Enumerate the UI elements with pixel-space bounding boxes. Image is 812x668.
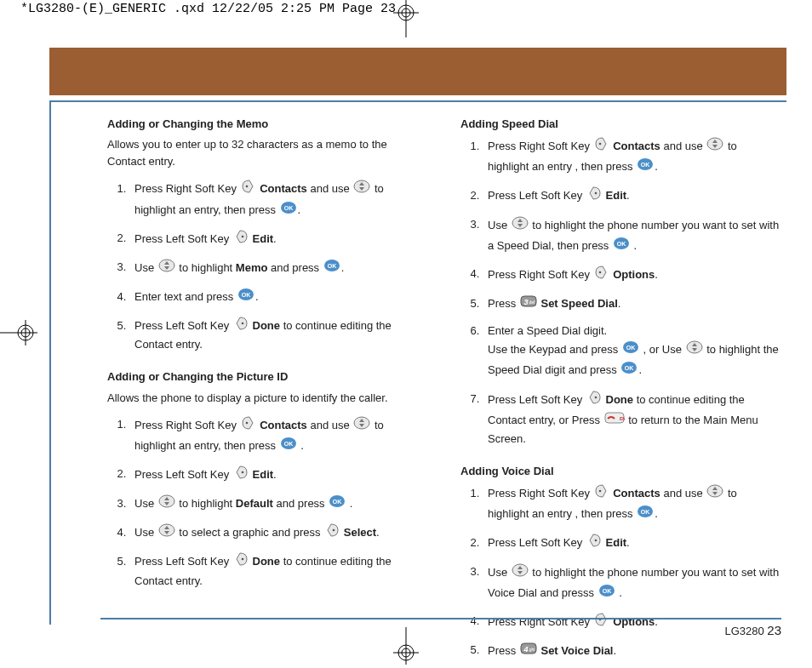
memo-step-2: Press Left Soft Key Edit. xyxy=(129,229,426,249)
voice-step-1: Press Right Soft Key Contacts and use to… xyxy=(483,483,780,524)
memo-step-3: Use to highlight Memo and press . xyxy=(129,258,426,278)
footer-model: LG3280 xyxy=(724,625,763,637)
footer-page-number: 23 xyxy=(767,623,781,637)
right-soft-key-icon xyxy=(241,415,256,436)
ok-key-icon xyxy=(323,258,340,278)
speed-step-6: Enter a Speed Dial digit.Use the Keypad … xyxy=(483,323,780,380)
nav-key-icon xyxy=(353,179,370,199)
left-soft-key-icon xyxy=(233,229,249,249)
ok-key-icon xyxy=(622,340,639,360)
picture-step-5: Press Left Soft Key Done to continue edi… xyxy=(129,551,426,589)
right-soft-key-icon xyxy=(241,179,256,199)
key-4-icon xyxy=(520,641,537,661)
key-3-icon xyxy=(520,294,537,314)
nav-key-icon xyxy=(158,494,175,514)
crop-mark-left xyxy=(0,320,37,349)
print-crop-info: *LG3280-(E)_GENERIC .qxd 12/22/05 2:25 P… xyxy=(20,2,396,16)
picture-intro: Allows the phone to display a picture to… xyxy=(107,390,426,407)
ok-key-icon xyxy=(613,236,630,256)
picture-title: Adding or Changing the Picture ID xyxy=(107,368,426,385)
ok-key-icon xyxy=(329,494,346,514)
right-soft-key-icon xyxy=(594,483,609,504)
pictureid-steps: Press Right Soft Key Contacts and use to… xyxy=(107,415,426,590)
voice-title: Adding Voice Dial xyxy=(460,463,780,480)
horizontal-rule xyxy=(49,100,786,102)
page-content: Adding or Changing the Memo Allows you t… xyxy=(107,116,780,617)
right-soft-key-icon xyxy=(594,265,609,285)
nav-key-icon xyxy=(158,258,175,278)
left-soft-key-icon xyxy=(586,533,602,553)
nav-key-icon xyxy=(686,340,703,360)
speed-step-4: Press Right Soft Key Options. xyxy=(483,265,780,285)
speed-step-5: Press Set Speed Dial. xyxy=(483,294,780,314)
speed-step-7: Press Left Soft Key Done to continue edi… xyxy=(483,390,780,448)
speed-step-3: Use to highlight the phone number you wa… xyxy=(483,215,780,256)
ok-key-icon xyxy=(237,287,254,307)
speed-step-2: Press Left Soft Key Edit. xyxy=(483,186,780,206)
left-soft-key-icon xyxy=(324,522,340,543)
ok-key-icon xyxy=(620,360,638,380)
picture-step-3: Use to highlight Default and press . xyxy=(129,494,426,514)
nav-key-icon xyxy=(512,215,529,236)
ok-key-icon xyxy=(637,157,654,177)
ok-key-icon xyxy=(637,504,654,524)
ok-key-icon xyxy=(598,583,615,603)
nav-key-icon xyxy=(158,522,175,543)
nav-key-icon xyxy=(706,483,723,504)
nav-key-icon xyxy=(706,136,723,157)
memo-step-1: Press Right Soft Key Contacts and use to… xyxy=(129,179,426,220)
page-footer: LG3280 23 xyxy=(100,618,781,637)
ok-key-icon xyxy=(280,436,297,456)
speed-dial-steps: Press Right Soft Key Contacts and use to… xyxy=(460,136,780,448)
memo-title: Adding or Changing the Memo xyxy=(107,116,426,133)
left-soft-key-icon xyxy=(586,186,602,206)
voice-step-3: Use to highlight the phone number you wa… xyxy=(483,562,780,603)
memo-step-5: Press Left Soft Key Done to continue edi… xyxy=(129,316,426,353)
left-soft-key-icon xyxy=(586,390,602,410)
end-key-icon xyxy=(604,410,625,431)
header-banner xyxy=(49,48,786,95)
right-soft-key-icon xyxy=(594,136,609,157)
memo-step-4: Enter text and press . xyxy=(129,287,426,307)
picture-step-2: Press Left Soft Key Edit. xyxy=(129,465,426,485)
right-column: Adding Speed Dial Press Right Soft Key C… xyxy=(460,116,780,617)
vertical-rule xyxy=(49,102,51,625)
nav-key-icon xyxy=(353,415,370,436)
picture-step-4: Use to select a graphic and press Select… xyxy=(129,522,426,543)
speed-step-1: Press Right Soft Key Contacts and use to… xyxy=(483,136,780,177)
memo-steps: Press Right Soft Key Contacts and use to… xyxy=(107,179,426,353)
left-column: Adding or Changing the Memo Allows you t… xyxy=(107,116,426,617)
memo-intro: Allows you to enter up to 32 characters … xyxy=(107,136,426,170)
nav-key-icon xyxy=(512,562,529,583)
ok-key-icon xyxy=(280,200,297,220)
left-soft-key-icon xyxy=(233,465,249,485)
crop-mark-top xyxy=(393,0,419,41)
voice-step-5: Press Set Voice Dial. xyxy=(483,641,780,661)
picture-step-1: Press Right Soft Key Contacts and use to… xyxy=(129,415,426,456)
voice-step-2: Press Left Soft Key Edit. xyxy=(483,533,780,553)
left-soft-key-icon xyxy=(233,316,249,336)
speed-title: Adding Speed Dial xyxy=(460,116,780,133)
left-soft-key-icon xyxy=(233,551,249,572)
